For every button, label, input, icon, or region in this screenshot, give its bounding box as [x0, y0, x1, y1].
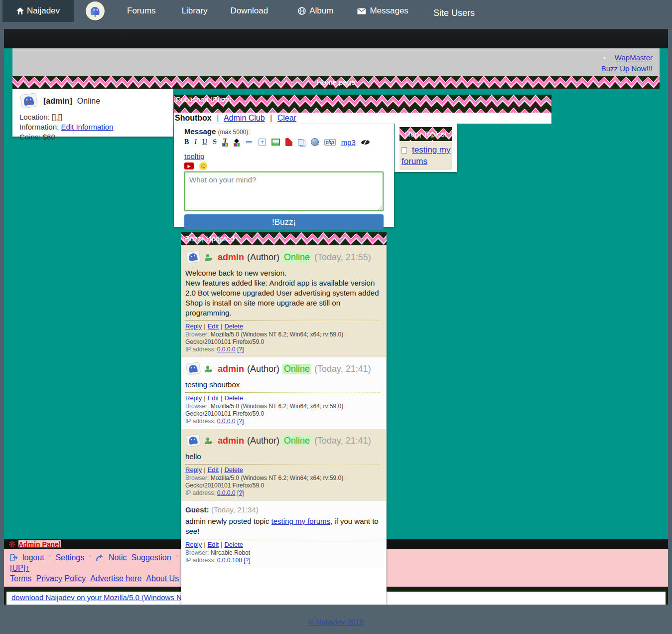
home-banner-title: Home page — [12, 76, 660, 89]
message-avatar[interactable] — [185, 362, 201, 376]
top-links-bar: • WapMaster Buzz Up Now!!! — [12, 48, 660, 76]
insert-icon[interactable]: + — [259, 139, 266, 146]
message-time: (Today, 21:41) — [314, 436, 371, 446]
underline-icon[interactable]: U — [202, 138, 207, 146]
mp3-link[interactable]: mp3 — [341, 138, 356, 147]
content-area: [admin] Online Location: [],[] Informati… — [12, 89, 660, 539]
reply-link[interactable]: Reply — [185, 466, 202, 474]
nav-album[interactable]: Album — [298, 0, 333, 22]
share-arrow-icon — [96, 554, 104, 561]
buzz-submit-button[interactable]: !Buzz¡ — [184, 214, 384, 230]
ip-link[interactable]: 0.0.0.0 — [217, 489, 236, 496]
hide-eye-icon[interactable] — [361, 140, 370, 145]
fill-color-icon[interactable]: ◆ — [234, 138, 240, 147]
logo-mascot-icon — [88, 4, 102, 18]
edit-link[interactable]: Edit — [208, 394, 219, 402]
nav-brand-tab[interactable]: Naijadev — [2, 0, 74, 22]
list-icon[interactable]: ≔ — [245, 138, 253, 147]
divider — [185, 392, 381, 393]
message-body: testing shoutbox — [185, 380, 381, 390]
message-avatar[interactable] — [185, 434, 201, 448]
delete-link[interactable]: Delete — [224, 394, 243, 402]
divider — [185, 539, 381, 539]
ip-label: IP address: — [185, 489, 215, 496]
buzz-up-link[interactable]: Buzz Up Now!!! — [601, 64, 653, 73]
suggestion-link[interactable]: Suggestion — [131, 552, 171, 563]
image-icon[interactable] — [271, 139, 280, 146]
edit-link[interactable]: Edit — [208, 541, 219, 548]
message-author[interactable]: admin — [218, 364, 244, 374]
advertise-link[interactable]: Advertise here — [90, 573, 141, 584]
link-globe-icon[interactable] — [311, 138, 319, 146]
admin-panel-link[interactable]: Admin Panel — [18, 540, 61, 548]
message-body: Welcome back to new version. New feature… — [185, 268, 381, 318]
italic-icon[interactable]: I — [194, 138, 197, 146]
format-toolbar: B I U S T ◆ ≔ + php mp3 — [184, 138, 384, 160]
logout-link[interactable]: logout — [22, 552, 44, 563]
guest-time: (Today, 21:34) — [211, 505, 259, 514]
message-status: Online — [282, 364, 311, 374]
message-avatar[interactable] — [185, 250, 201, 264]
php-icon[interactable]: php — [324, 139, 336, 146]
ip-link[interactable]: 0.0.0.108 — [217, 557, 242, 564]
nav-download[interactable]: Download — [231, 0, 269, 22]
edit-link[interactable]: Edit — [208, 322, 219, 330]
youtube-icon[interactable]: ▶ — [184, 162, 194, 169]
tooltip-link[interactable]: tooltip — [184, 152, 204, 160]
reply-link[interactable]: Reply — [185, 394, 202, 402]
message-time: (Today, 21:41) — [314, 364, 371, 374]
terms-link[interactable]: Terms — [10, 573, 32, 584]
up-link[interactable]: [UP]↑ — [10, 563, 29, 573]
nav-messages[interactable]: Messages — [357, 0, 408, 22]
notic-link[interactable]: Notic — [109, 552, 127, 563]
tab-admin-club[interactable]: Admin Club — [224, 114, 265, 122]
globe-icon — [298, 7, 306, 15]
ip-help-link[interactable]: [?] — [237, 346, 244, 353]
wapmaster-link[interactable]: WapMaster — [615, 53, 653, 62]
tab-clear[interactable]: Clear — [277, 114, 296, 122]
ip-link[interactable]: 0.0.0.0 — [217, 346, 236, 353]
settings-link[interactable]: Settings — [55, 552, 84, 563]
nav-album-label: Album — [309, 6, 333, 16]
envelope-icon — [357, 8, 366, 14]
top-topics-list: testing my forums — [400, 142, 452, 170]
page: Naijadev Forums Library Download Album — [0, 0, 672, 634]
ip-help-link[interactable]: [?] — [244, 557, 250, 564]
ip-help-link[interactable]: [?] — [237, 418, 244, 425]
smiley-icon[interactable]: ☺ — [199, 162, 207, 170]
privacy-link[interactable]: Privacy Policy — [36, 573, 86, 584]
about-link[interactable]: About Us — [146, 573, 179, 584]
ip-link[interactable]: 0.0.0.0 — [217, 418, 236, 425]
home-icon — [16, 7, 24, 14]
nav-library-label: Library — [182, 6, 208, 16]
pdf-icon[interactable] — [285, 138, 292, 146]
message-author[interactable]: admin — [218, 252, 244, 263]
font-color-icon[interactable]: T — [222, 138, 228, 147]
message-body: hello — [185, 452, 381, 462]
edit-information-link[interactable]: Edit Information — [61, 123, 113, 131]
main-frame: • WapMaster Buzz Up Now!!! Home page — [4, 29, 668, 609]
reply-link[interactable]: Reply — [185, 541, 202, 548]
bold-icon[interactable]: B — [184, 138, 189, 146]
nav-site-users[interactable]: Site Users — [433, 2, 475, 24]
shout-message-input[interactable] — [184, 171, 384, 211]
message-author[interactable]: admin — [218, 436, 244, 446]
delete-link[interactable]: Delete — [224, 322, 243, 330]
guest-topic-link[interactable]: testing my forums — [271, 517, 330, 525]
delete-link[interactable]: Delete — [224, 466, 243, 474]
user-status: Online — [77, 97, 100, 106]
nav-library[interactable]: Library — [182, 0, 208, 22]
divider — [185, 464, 381, 465]
site-logo[interactable] — [86, 1, 105, 20]
delete-link[interactable]: Delete — [224, 541, 243, 548]
nav-forums[interactable]: Forums — [127, 0, 156, 22]
reply-link[interactable]: Reply — [185, 322, 202, 330]
strikethrough-icon[interactable]: S — [213, 138, 217, 146]
tab-shoutbox[interactable]: Shoutbox — [175, 114, 212, 122]
edit-link[interactable]: Edit — [208, 466, 219, 474]
copyright-link[interactable]: © Naijadev 2018 — [308, 618, 364, 626]
copy-icon[interactable] — [298, 139, 303, 146]
ip-help-link[interactable]: [?] — [237, 489, 244, 496]
message-status: Online — [282, 252, 311, 263]
topic-link[interactable]: testing my forums — [402, 145, 450, 166]
